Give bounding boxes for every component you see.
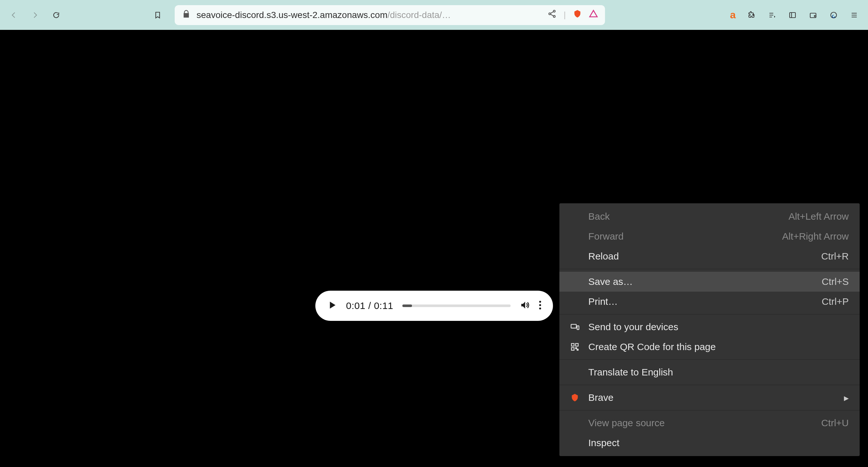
lock-icon	[182, 9, 191, 21]
menu-item-back: BackAlt+Left Arrow	[559, 207, 860, 226]
audio-player: 0:01 / 0:11	[315, 291, 553, 321]
menu-item-label: Send to your devices	[588, 321, 678, 333]
menu-item-label: Back	[588, 211, 610, 222]
svg-point-6	[539, 301, 541, 303]
menu-separator	[559, 410, 860, 410]
menu-item-shortcut: Alt+Left Arrow	[788, 211, 849, 222]
url-host: seavoice-discord.s3.us-west-2.amazonaws.…	[196, 10, 387, 20]
menu-item-label: Reload	[588, 251, 619, 262]
page-content: 0:01 / 0:11 BackAlt+Left ArrowForwardAlt…	[0, 30, 868, 467]
context-menu: BackAlt+Left ArrowForwardAlt+Right Arrow…	[559, 203, 860, 456]
audio-progress-fill	[402, 305, 412, 307]
svg-rect-9	[571, 324, 576, 328]
menu-item-shortcut: Ctrl+P	[822, 296, 849, 307]
toolbar-right-group: a	[730, 9, 859, 21]
menu-item-brave[interactable]: Brave▸	[559, 388, 860, 408]
menu-item-save-as[interactable]: Save as…Ctrl+S	[559, 272, 860, 292]
menu-item-send-to-your-devices[interactable]: Send to your devices	[559, 317, 860, 337]
brave-shields-icon[interactable]	[573, 9, 582, 21]
menu-item-translate-to-english[interactable]: Translate to English	[559, 362, 860, 382]
url-path: /discord-data/…	[387, 10, 451, 20]
devices-icon	[570, 322, 588, 332]
audio-time-display: 0:01 / 0:11	[346, 300, 393, 311]
svg-rect-13	[571, 347, 574, 350]
menu-item-shortcut: Alt+Right Arrow	[782, 231, 849, 242]
address-bar-right-icons: |	[548, 9, 598, 21]
menu-item-label: Brave	[588, 392, 613, 403]
menu-separator	[559, 360, 860, 360]
media-control-icon[interactable]	[767, 10, 777, 20]
browser-toolbar: seavoice-discord.s3.us-west-2.amazonaws.…	[0, 0, 868, 30]
svg-point-7	[539, 304, 541, 306]
wallet-icon[interactable]	[808, 10, 818, 20]
extension-a-icon[interactable]: a	[730, 9, 736, 21]
menu-item-label: Create QR Code for this page	[588, 341, 716, 352]
menu-item-label: Save as…	[588, 276, 632, 287]
brave-rewards-icon[interactable]	[589, 9, 598, 21]
qr-icon	[570, 342, 588, 351]
menu-item-label: Translate to English	[588, 367, 673, 378]
menu-item-inspect[interactable]: Inspect	[559, 433, 860, 453]
svg-rect-10	[577, 326, 579, 330]
url-text: seavoice-discord.s3.us-west-2.amazonaws.…	[196, 10, 451, 20]
share-icon[interactable]	[548, 9, 557, 21]
menu-item-shortcut: Ctrl+U	[821, 417, 849, 429]
svg-rect-14	[576, 347, 577, 349]
separator: |	[564, 10, 566, 20]
address-bar[interactable]: seavoice-discord.s3.us-west-2.amazonaws.…	[175, 5, 605, 25]
submenu-arrow-icon: ▸	[844, 392, 849, 403]
menu-separator	[559, 314, 860, 314]
menu-item-shortcut: Ctrl+R	[821, 251, 849, 262]
bookmark-button[interactable]	[153, 10, 162, 20]
nav-buttons-group	[9, 10, 61, 20]
svg-rect-3	[789, 12, 796, 18]
back-button[interactable]	[9, 10, 19, 20]
audio-more-button[interactable]	[539, 301, 541, 311]
menu-item-label: View page source	[588, 417, 665, 429]
menu-item-reload[interactable]: ReloadCtrl+R	[559, 246, 860, 266]
brave-icon	[570, 393, 588, 402]
volume-button[interactable]	[520, 300, 530, 312]
menu-item-label: Print…	[588, 296, 618, 307]
svg-rect-12	[576, 344, 578, 346]
svg-rect-15	[577, 349, 578, 350]
menu-item-label: Forward	[588, 231, 624, 242]
sidebar-icon[interactable]	[788, 10, 797, 20]
menu-icon[interactable]	[849, 10, 859, 20]
menu-item-label: Inspect	[588, 437, 619, 448]
audio-progress-track[interactable]	[402, 305, 510, 307]
reload-button[interactable]	[51, 10, 61, 20]
menu-item-print[interactable]: Print…Ctrl+P	[559, 292, 860, 312]
menu-item-view-page-source: View page sourceCtrl+U	[559, 413, 860, 433]
svg-rect-11	[571, 344, 574, 346]
menu-separator	[559, 385, 860, 385]
svg-point-8	[539, 307, 541, 309]
menu-separator	[559, 269, 860, 269]
menu-item-shortcut: Ctrl+S	[822, 276, 849, 287]
profile-spiral-icon[interactable]	[829, 10, 838, 20]
forward-button[interactable]	[30, 10, 40, 20]
menu-item-create-qr-code-for-this-page[interactable]: Create QR Code for this page	[559, 337, 860, 357]
extensions-icon[interactable]	[747, 10, 756, 20]
menu-item-forward: ForwardAlt+Right Arrow	[559, 226, 860, 246]
play-button[interactable]	[327, 300, 337, 312]
